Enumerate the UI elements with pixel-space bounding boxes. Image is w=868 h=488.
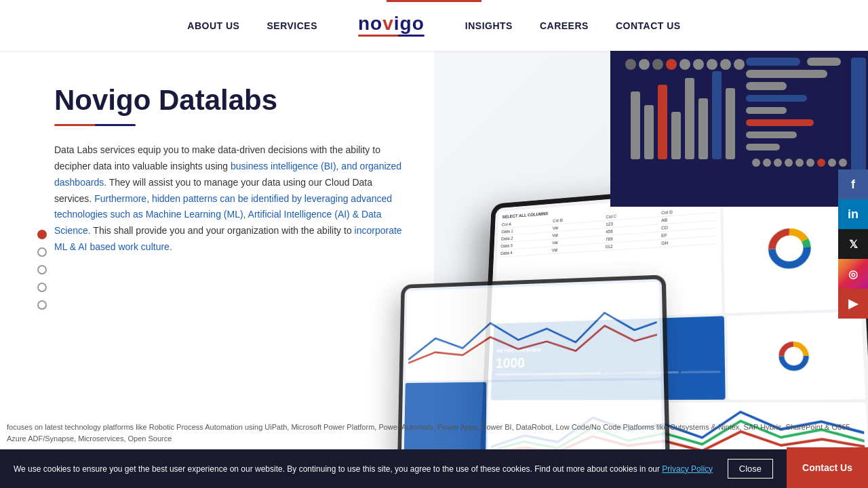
logo-no: no bbox=[358, 13, 382, 34]
nav-left: ABOUT US SERVICES bbox=[187, 20, 317, 31]
instagram-icon: ◎ bbox=[848, 268, 858, 281]
svg-point-33 bbox=[828, 159, 836, 167]
privacy-policy-link[interactable]: Privacy Policy bbox=[662, 464, 713, 474]
highlight-text-2: Furthermore, hidden patterns can be iden… bbox=[54, 193, 392, 237]
svg-rect-21 bbox=[746, 95, 807, 102]
contact-us-button[interactable]: Contact Us bbox=[787, 447, 868, 488]
svg-point-26 bbox=[752, 159, 760, 167]
svg-point-29 bbox=[785, 159, 793, 167]
svg-point-28 bbox=[774, 159, 782, 167]
small-line-chart bbox=[408, 285, 658, 379]
logo[interactable]: novigo bbox=[358, 14, 425, 37]
highlight-text-3: incorporate ML & AI based work culture. bbox=[54, 225, 402, 252]
header: ABOUT US SERVICES novigo INSIGHTS CAREER… bbox=[0, 0, 868, 51]
svg-rect-12 bbox=[746, 82, 787, 90]
donut-chart bbox=[764, 224, 815, 274]
svg-point-1 bbox=[639, 59, 650, 70]
svg-point-2 bbox=[652, 59, 663, 70]
nav-about-us[interactable]: ABOUT US bbox=[187, 20, 239, 31]
linkedin-button[interactable]: in bbox=[838, 199, 868, 229]
svg-point-30 bbox=[795, 159, 804, 167]
logo-go: igo bbox=[394, 13, 425, 34]
svg-point-31 bbox=[806, 159, 814, 167]
hero-text: Novigo Datalabs Data Labs services equip… bbox=[0, 51, 434, 488]
svg-rect-15 bbox=[658, 85, 667, 159]
dark-panel-decoration bbox=[610, 51, 868, 207]
svg-rect-9 bbox=[746, 58, 800, 66]
dash-donut-small bbox=[727, 311, 866, 400]
main-content: Novigo Datalabs Data Labs services equip… bbox=[0, 51, 868, 488]
linkedin-icon: in bbox=[848, 207, 859, 222]
youtube-button[interactable]: ▶ bbox=[838, 289, 868, 319]
svg-rect-11 bbox=[746, 70, 827, 78]
svg-rect-23 bbox=[746, 119, 814, 126]
youtube-icon: ▶ bbox=[848, 296, 858, 311]
cookie-banner: We use cookies to ensure you get the bes… bbox=[0, 449, 787, 488]
svg-point-4 bbox=[679, 59, 690, 70]
svg-point-3 bbox=[666, 59, 677, 70]
svg-rect-22 bbox=[746, 107, 787, 114]
svg-point-8 bbox=[734, 59, 745, 70]
title-underline bbox=[54, 124, 136, 126]
nav-services[interactable]: SERVICES bbox=[267, 20, 317, 31]
cookie-close-button[interactable]: Close bbox=[728, 459, 773, 479]
facebook-icon: f bbox=[851, 178, 855, 192]
svg-rect-13 bbox=[631, 92, 640, 159]
svg-point-34 bbox=[839, 159, 847, 167]
instagram-button[interactable]: ◎ bbox=[838, 259, 868, 289]
small-dash-card-1 bbox=[406, 282, 661, 382]
svg-rect-10 bbox=[807, 58, 841, 66]
cookie-message: We use cookies to ensure you get the bes… bbox=[14, 464, 660, 474]
stat-bar-3 bbox=[681, 371, 721, 373]
svg-rect-19 bbox=[712, 71, 722, 159]
facebook-button[interactable]: f bbox=[838, 169, 868, 199]
svg-point-32 bbox=[817, 159, 825, 167]
dark-panel bbox=[610, 51, 868, 207]
logo-underline bbox=[358, 35, 425, 37]
twitter-icon: 𝕏 bbox=[849, 238, 858, 251]
nav-insights[interactable]: INSIGHTS bbox=[465, 20, 513, 31]
svg-point-5 bbox=[693, 59, 704, 70]
logo-vi: v bbox=[382, 13, 394, 34]
svg-rect-16 bbox=[671, 112, 681, 159]
nav-contact-us[interactable]: CONTACT US bbox=[616, 20, 681, 31]
highlight-text: business intelligence (BI), and organize… bbox=[54, 161, 401, 188]
social-sidebar: f in 𝕏 ◎ ▶ bbox=[838, 169, 868, 319]
donut-chart-small bbox=[775, 338, 813, 375]
twitter-button[interactable]: 𝕏 bbox=[838, 229, 868, 259]
accent-line bbox=[387, 0, 481, 2]
svg-rect-14 bbox=[644, 105, 654, 159]
svg-rect-17 bbox=[685, 78, 694, 159]
nav-right: INSIGHTS CAREERS CONTACT US bbox=[465, 20, 681, 31]
svg-point-0 bbox=[625, 59, 636, 70]
svg-point-7 bbox=[720, 59, 731, 70]
cookie-text: We use cookies to ensure you get the bes… bbox=[14, 463, 714, 475]
hero-description: Data Labs services equip you to make dat… bbox=[54, 142, 407, 256]
hero-title: Novigo Datalabs bbox=[54, 85, 407, 116]
svg-point-27 bbox=[763, 159, 771, 167]
svg-rect-25 bbox=[746, 144, 780, 150]
svg-rect-18 bbox=[698, 98, 708, 159]
main-nav: ABOUT US SERVICES novigo INSIGHTS CAREER… bbox=[27, 14, 841, 37]
svg-point-6 bbox=[707, 59, 717, 70]
nav-careers[interactable]: CAREERS bbox=[540, 20, 589, 31]
svg-rect-20 bbox=[726, 88, 735, 159]
svg-rect-24 bbox=[746, 131, 797, 138]
